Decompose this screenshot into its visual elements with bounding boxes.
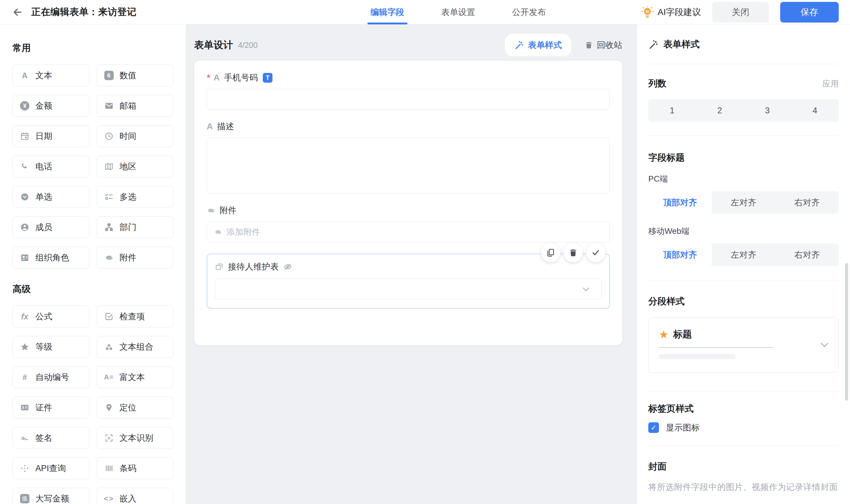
columns-segmented-control: 1 2 3 4	[648, 99, 839, 122]
field-type-barcode[interactable]: 条码	[97, 457, 174, 479]
pc-label: PC端	[648, 174, 839, 184]
field-type-time[interactable]: 时间	[97, 125, 174, 147]
svg-text:A: A	[107, 436, 110, 440]
field-type-ocr[interactable]: A 文本识别	[97, 427, 174, 449]
form-field-attachment[interactable]: 附件 添加附件	[207, 205, 610, 242]
sample-underline	[659, 347, 774, 348]
ai-bulb-icon: AI	[641, 6, 654, 19]
idcard-icon	[20, 402, 30, 413]
show-icon-checkbox[interactable]: ✓	[648, 422, 659, 433]
duplicate-field-button[interactable]	[541, 243, 560, 262]
field-type-idcard[interactable]: 证件	[13, 397, 89, 418]
field-type-department[interactable]: 部门	[97, 216, 174, 238]
svg-text:AI: AI	[645, 10, 649, 13]
form-canvas-area: 表单设计 4/200 表单样式 回收站 * A 手机号码	[186, 24, 637, 504]
text-icon: A	[20, 70, 30, 80]
form-field-phone-number[interactable]: * A 手机号码 T	[207, 72, 610, 110]
phone-input[interactable]	[207, 89, 610, 110]
related-table-icon	[215, 262, 224, 271]
field-action-buttons	[541, 243, 605, 262]
related-table-select[interactable]	[215, 278, 602, 299]
field-type-location[interactable]: 定位	[97, 397, 174, 418]
field-type-multiselect[interactable]: 多选	[97, 186, 174, 208]
tab-edit-fields[interactable]: 编辑字段	[371, 0, 404, 24]
back-button[interactable]	[11, 6, 24, 18]
field-type-embed[interactable]: <> 嵌入	[97, 488, 174, 504]
columns-option-3[interactable]: 3	[744, 99, 791, 122]
pc-align-left[interactable]: 左对齐	[712, 191, 776, 214]
cover-label: 封面	[648, 461, 839, 473]
add-attachment-box[interactable]: 添加附件	[207, 222, 610, 242]
field-type-text-combo[interactable]: 文本组合	[97, 336, 174, 358]
section-style-label: 分段样式	[648, 295, 839, 308]
form-field-description[interactable]: A 描述	[207, 121, 610, 194]
attachment-placeholder: 添加附件	[227, 226, 260, 238]
field-type-amount[interactable]: ¥ 金额	[13, 95, 89, 117]
field-label: 接待人维护表	[228, 261, 279, 272]
delete-field-button[interactable]	[563, 243, 583, 262]
section-style-selector[interactable]: ★ 标题	[648, 317, 839, 373]
main-layout: 常用 A 文本 6 数值 ¥ 金额 邮箱	[0, 24, 850, 504]
form-style-button[interactable]: 表单样式	[505, 34, 571, 56]
columns-option-2[interactable]: 2	[696, 99, 744, 122]
save-button[interactable]: 保存	[780, 2, 839, 22]
columns-option-1[interactable]: 1	[648, 99, 696, 122]
mobile-align-top[interactable]: 顶部对齐	[648, 244, 712, 266]
amount-icon: ¥	[20, 101, 30, 110]
field-type-formula[interactable]: fx 公式	[13, 306, 89, 327]
tab-public-publish[interactable]: 公开发布	[512, 0, 546, 24]
mobile-align-right[interactable]: 右对齐	[775, 244, 839, 266]
department-icon	[104, 222, 114, 232]
panel-header: 表单样式	[648, 38, 839, 51]
common-field-grid: A 文本 6 数值 ¥ 金额 邮箱	[13, 65, 173, 269]
recycle-bin-button[interactable]: 回收站	[584, 39, 622, 51]
field-type-sidebar: 常用 A 文本 6 数值 ¥ 金额 邮箱	[0, 24, 186, 504]
field-type-email[interactable]: 邮箱	[97, 95, 174, 117]
field-type-uppercase-amount[interactable]: 伍 大写金额	[13, 488, 89, 504]
formula-icon: fx	[20, 311, 30, 322]
form-field-reception-table-selected[interactable]: 接待人维护表	[207, 254, 610, 309]
field-type-richtext[interactable]: A≡ 富文本	[97, 366, 174, 388]
paperclip-icon	[214, 228, 222, 236]
chevron-down-icon	[583, 285, 589, 291]
mobile-align-left[interactable]: 左对齐	[712, 244, 776, 266]
field-type-org-role[interactable]: 组织角色	[13, 247, 89, 269]
field-type-phone[interactable]: 电话	[13, 156, 89, 178]
close-button[interactable]: 关闭	[712, 2, 769, 22]
field-type-text[interactable]: A 文本	[13, 65, 89, 86]
ocr-icon: A	[104, 433, 114, 443]
radio-icon	[20, 192, 30, 202]
field-type-radio[interactable]: 单选	[13, 186, 89, 208]
pc-align-top[interactable]: 顶部对齐	[648, 191, 712, 214]
field-type-member[interactable]: 成员	[13, 216, 89, 238]
trash-icon	[568, 248, 578, 257]
field-type-signature[interactable]: 签名	[13, 427, 89, 449]
field-type-checkitem[interactable]: 检查项	[97, 306, 174, 327]
divider	[648, 136, 839, 136]
columns-option-4[interactable]: 4	[791, 99, 839, 122]
confirm-field-button[interactable]	[586, 243, 605, 262]
trash-icon	[584, 41, 593, 50]
panel-scrollbar[interactable]	[845, 263, 848, 401]
field-type-api[interactable]: API查询	[13, 457, 89, 479]
field-type-autonumber[interactable]: # 自动编号	[13, 366, 89, 388]
field-type-date[interactable]: 日期	[13, 125, 89, 147]
description-textarea[interactable]	[207, 138, 610, 194]
checkitem-icon	[104, 311, 114, 322]
time-icon	[104, 131, 114, 141]
divider	[648, 281, 839, 281]
field-type-numeric[interactable]: 6 数值	[97, 65, 174, 86]
apply-link[interactable]: 应用	[822, 78, 839, 89]
field-type-region[interactable]: 地区	[97, 156, 174, 178]
field-count: 4/200	[238, 41, 258, 50]
ai-field-suggest-button[interactable]: AI AI字段建议	[641, 6, 701, 19]
field-label: 手机号码	[224, 72, 258, 83]
pc-align-right[interactable]: 右对齐	[775, 191, 839, 214]
field-type-rating[interactable]: 等级	[13, 336, 89, 358]
topbar-actions: AI AI字段建议 关闭 保存	[641, 2, 839, 22]
mobile-align-segmented-control: 顶部对齐 左对齐 右对齐	[648, 244, 839, 266]
tab-form-settings[interactable]: 表单设置	[441, 0, 475, 24]
field-type-attachment[interactable]: 附件	[97, 247, 174, 269]
section-title-advanced: 高级	[13, 283, 173, 295]
topbar: 正在编辑表单：来访登记 编辑字段 表单设置 公开发布 AI AI字段建议	[0, 0, 850, 24]
